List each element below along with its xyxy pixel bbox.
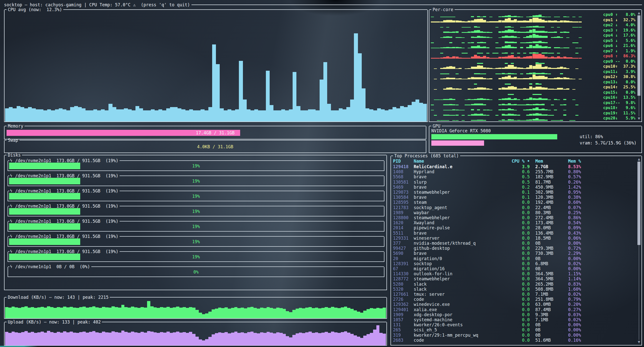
scroll-up-icon[interactable]: ▲ — [637, 11, 641, 14]
process-row[interactable]: 129073steamwebhelper0.1302.9MB0.95% — [391, 190, 635, 195]
core-row-cpu7[interactable]: cpu7 ↓1.9% — [431, 48, 636, 54]
core-row-cpu1[interactable]: cpu1 ↓32.7% — [431, 17, 636, 22]
process-name: code — [414, 297, 486, 302]
process-row[interactable]: 265scsi_eh_50.00B0.00% — [391, 327, 635, 332]
disk-gauge-label: 19% — [9, 223, 383, 230]
process-row[interactable]: 1620Xwayland0.0173.4MB0.54% — [391, 220, 635, 225]
process-pid: 2683 — [393, 338, 413, 343]
process-row[interactable]: 5280slack0.0265.2MB0.83% — [391, 282, 635, 287]
process-row[interactable]: 319kworker/29:1-mm_percpu_wq0.00B0.00% — [391, 333, 635, 338]
core-row-cpu3[interactable]: cpu3 ↑19.6% — [431, 28, 636, 33]
core-row-cpu14[interactable]: cpu14↑25.5% — [431, 85, 636, 90]
process-mem-pct: 0.20% — [568, 302, 598, 307]
process-row[interactable]: 5320slack0.0508.8MB1.60% — [391, 287, 635, 292]
disks-title: Disks — [7, 153, 22, 157]
percore-scrollbar[interactable]: ▲ ▼ — [637, 11, 641, 120]
core-row-cpu0[interactable]: cpu0 ↑8.0% — [431, 12, 636, 17]
cpu18-load-label: cpu18↑9.6% — [603, 105, 635, 110]
process-row[interactable]: 128595steam0.0192.4MB0.60% — [391, 200, 635, 205]
core-row-cpu13[interactable]: cpu13↓0.0% — [431, 80, 636, 85]
core-row-cpu9[interactable]: cpu9 --0.0% — [431, 59, 636, 64]
percore-title: Per-core — [431, 8, 455, 12]
core-row-cpu19[interactable]: cpu19↑11.5% — [431, 111, 636, 116]
process-name: Hyprland — [414, 169, 486, 174]
process-row[interactable]: 2014pipewire-pulse0.028.0MB0.09% — [391, 225, 635, 230]
process-row[interactable]: 5469brave0.2450.9MB1.42% — [391, 185, 635, 190]
process-mem: 265.2MB — [535, 282, 567, 287]
process-mem-pct: 0.54% — [568, 220, 598, 225]
core-row-cpu15[interactable]: cpu15↓0.0% — [431, 90, 636, 95]
core-row-cpu12[interactable]: cpu12↑30.8% — [431, 74, 636, 79]
core-row-cpu18[interactable]: cpu18↑9.6% — [431, 105, 636, 110]
process-row[interactable]: 128800steamwebhelper0.0272.4MB0.86% — [391, 215, 635, 220]
process-row[interactable]: 129418RelicCardinal.e3.92.7GB8.53% — [391, 164, 635, 169]
process-row[interactable]: 131kworker/26:0-events0.00B0.00% — [391, 322, 635, 327]
gpu-util-label: util: 86% — [580, 134, 603, 139]
process-mem-pct: 8.53% — [568, 164, 598, 169]
process-row[interactable]: 1057systemd-machine0.07.1MB0.02% — [391, 317, 635, 322]
core-row-cpu6[interactable]: cpu6 ↓21.6% — [431, 43, 636, 48]
process-mem: 7.1MB — [535, 317, 567, 322]
process-row[interactable]: 1989waybar0.080.3MB0.25% — [391, 210, 635, 215]
process-row[interactable]: 129362winedevice.exe0.063.0MB0.20% — [391, 302, 635, 307]
process-row[interactable]: 67migration/160.00B0.00% — [391, 266, 635, 271]
col-mem-pct[interactable]: Mem % — [568, 159, 598, 164]
process-cpu: 0.5 — [487, 174, 530, 179]
scroll-thumb[interactable] — [637, 15, 640, 96]
col-mem[interactable]: Mem — [535, 159, 567, 164]
process-pid: 130584 — [393, 195, 413, 200]
process-row[interactable]: 128391socktop0.06.8MB0.02% — [391, 261, 635, 266]
upload-panel: Upload (KB/s) — now: 133 | peak: 402 — [4, 322, 387, 346]
core-row-cpu16[interactable]: cpu16↑13.5% — [431, 95, 636, 100]
process-cpu: 0.0 — [487, 282, 530, 287]
core-row-cpu8[interactable]: cpu8 ↑86.3% — [431, 54, 636, 59]
col-cpu-sort[interactable]: CPU % • — [487, 159, 530, 164]
process-row[interactable]: 2683code0.051.6MB0.16% — [391, 338, 635, 343]
process-mem-pct: 1.60% — [568, 287, 598, 292]
process-mem-pct: 0.26% — [568, 180, 598, 185]
core-row-cpu5[interactable]: cpu5 ↓5.6% — [431, 38, 636, 43]
scroll-down-icon[interactable]: ▼ — [637, 340, 641, 343]
process-row[interactable]: 129331wineserver0.018.5MB0.06% — [391, 236, 635, 241]
cpu19-sparkline — [431, 111, 581, 116]
core-row-cpu4[interactable]: cpu4 ↓17.6% — [431, 33, 636, 38]
process-row[interactable]: 377nvidia-modeset/kthread_q0.00B0.00% — [391, 241, 635, 246]
core-row-cpu2[interactable]: cpu2 ↓4.0% — [431, 22, 636, 28]
core-row-cpu20[interactable]: cpu20↓5.9% — [431, 116, 636, 121]
process-cpu: 0.0 — [487, 276, 530, 281]
scroll-up-icon[interactable]: ▲ — [637, 158, 641, 161]
process-row[interactable]: 5568brave0.5182.9MB0.57% — [391, 174, 635, 179]
cpu12-load-label: cpu12↑30.8% — [603, 74, 635, 79]
process-row[interactable]: 121783socktop_agent0.022.4MB0.07% — [391, 205, 635, 210]
processes-scrollbar[interactable]: ▲ ▼ — [637, 158, 641, 343]
process-mem: 255.7MB — [535, 169, 567, 174]
core-row-cpu11[interactable]: cpu11↓3.9% — [431, 69, 636, 74]
disk-usage-gauge: 19% — [9, 238, 383, 245]
process-cpu: 0.0 — [487, 215, 530, 220]
process-row[interactable]: 2726code0.0251.8MB0.79% — [391, 297, 635, 302]
process-row[interactable]: 130581slurp0.581.7MB0.26% — [391, 180, 635, 185]
process-row[interactable]: 5511brave0.0136.4MB0.43% — [391, 231, 635, 236]
process-row[interactable]: 1408Hyprland0.6255.7MB0.80% — [391, 169, 635, 174]
scroll-thumb[interactable] — [637, 162, 640, 245]
process-row[interactable]: 130584brave0.1120.3MB0.38% — [391, 195, 635, 200]
process-row[interactable]: 5690brave0.0730.3MB2.29% — [391, 251, 635, 256]
cpu20-sparkline — [431, 116, 581, 121]
process-row[interactable]: 128772steamwebhelper0.0364.5MB1.14% — [391, 276, 635, 281]
process-pid: 121783 — [393, 205, 413, 210]
process-mem-pct: 0.00% — [568, 327, 598, 332]
process-row[interactable]: 1909xdg-desktop-por0.09.3MB0.03% — [391, 312, 635, 317]
core-row-cpu10[interactable]: cpu10↑37.3% — [431, 64, 636, 69]
process-pid: 129418 — [393, 164, 413, 169]
process-row[interactable]: 99427github-desktop0.0229.3MB0.72% — [391, 246, 635, 251]
process-row[interactable]: 127661tmux: server0.07.1MB0.02% — [391, 292, 635, 297]
scroll-down-icon[interactable]: ▼ — [637, 117, 641, 120]
cpu4-load-label: cpu4 ↓17.6% — [603, 33, 635, 38]
process-row[interactable]: 20migration/00.00B0.00% — [391, 256, 635, 261]
process-row[interactable]: 114330outlook-for-lin0.0364.5MB1.15% — [391, 271, 635, 276]
core-row-cpu17[interactable]: cpu17--9.8% — [431, 100, 636, 105]
socktop-app: { "titlebar": { "text": "socktop — host:… — [0, 0, 644, 347]
process-row[interactable]: 129401xalia.exe0.087.4MB0.27% — [391, 307, 635, 312]
cpu6-load-label: cpu6 ↓21.6% — [603, 43, 635, 48]
process-mem-pct: 0.83% — [568, 282, 598, 287]
